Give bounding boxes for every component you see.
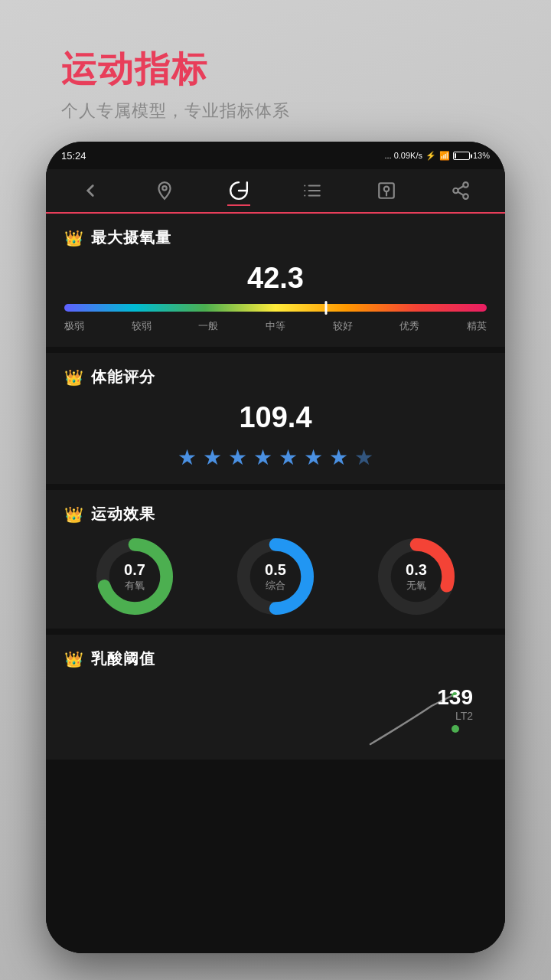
gradient-bar-wrap <box>64 304 487 312</box>
anaerobic-item: 0.3 无氧 <box>378 538 455 615</box>
search-icon[interactable] <box>371 175 402 206</box>
nav-bar <box>46 169 505 214</box>
label-6: 精英 <box>467 319 487 333</box>
star-6: ★ <box>304 445 323 470</box>
bar-labels: 极弱 较弱 一般 中等 较好 优秀 精英 <box>64 319 487 333</box>
status-right: ... 0.09K/s ⚡ 📶 13% <box>384 151 490 161</box>
label-2: 一般 <box>198 319 218 333</box>
fitness-title-row: 👑 体能评分 <box>64 367 487 387</box>
comprehensive-item: 0.5 综合 <box>237 538 314 615</box>
fitness-label: 体能评分 <box>91 367 155 387</box>
exercise-title-row: 👑 运动效果 <box>64 504 487 524</box>
crown-icon-exercise: 👑 <box>64 505 83 524</box>
star-1: ★ <box>178 445 197 470</box>
battery-icon <box>453 151 470 160</box>
svg-line-13 <box>458 186 463 189</box>
aerobic-text: 0.7 有氧 <box>124 561 145 593</box>
svg-line-12 <box>458 192 463 195</box>
vo2max-section: 👑 最大摄氧量 42.3 极弱 较弱 一般 中等 较好 优秀 精英 <box>46 214 505 347</box>
aerobic-item: 0.7 有氧 <box>96 538 173 615</box>
lactic-label: 乳酸阈值 <box>91 648 155 669</box>
vo2max-title-row: 👑 最大摄氧量 <box>64 227 487 248</box>
status-time: 15:24 <box>61 150 86 162</box>
svg-point-0 <box>162 186 166 190</box>
wifi-icon: 📶 <box>439 151 450 161</box>
network-speed: ... 0.09K/s <box>384 151 422 160</box>
page-subtitle: 个人专属模型，专业指标体系 <box>61 100 290 122</box>
star-3: ★ <box>228 445 247 470</box>
stars-row: ★ ★ ★ ★ ★ ★ ★ ★ <box>64 445 487 470</box>
fitness-value: 109.4 <box>64 401 487 434</box>
phone-shell: 15:24 ... 0.09K/s ⚡ 📶 13% <box>46 142 505 953</box>
lactic-title-row: 👑 乳酸阈值 <box>64 648 487 669</box>
vo2max-label: 最大摄氧量 <box>91 227 171 248</box>
anaerobic-label: 无氧 <box>406 579 427 593</box>
header-area: 运动指标 个人专属模型，专业指标体系 <box>61 46 290 122</box>
status-bar: 15:24 ... 0.09K/s ⚡ 📶 13% <box>46 142 505 169</box>
share-icon[interactable] <box>445 175 476 206</box>
crown-icon-vo2max: 👑 <box>64 229 83 247</box>
comprehensive-text: 0.5 综合 <box>265 561 286 593</box>
effect-row: 0.7 有氧 0.5 <box>64 538 487 615</box>
vo2max-value: 42.3 <box>64 262 487 295</box>
phone-screen: 👑 最大摄氧量 42.3 极弱 较弱 一般 中等 较好 优秀 精英 <box>46 169 505 953</box>
star-5: ★ <box>279 445 298 470</box>
list-icon[interactable] <box>297 175 328 206</box>
page-title: 运动指标 <box>61 46 290 93</box>
label-4: 较好 <box>333 319 353 333</box>
gradient-bar <box>64 304 487 312</box>
back-button[interactable] <box>75 175 106 206</box>
lactic-value: 139 <box>437 685 473 710</box>
lactic-chart: 139 LT2 <box>64 683 487 752</box>
exercise-label: 运动效果 <box>91 504 155 524</box>
comprehensive-gauge: 0.5 综合 <box>237 538 314 615</box>
refresh-icon[interactable] <box>223 175 254 206</box>
lactic-dot <box>452 725 459 733</box>
bluetooth-icon: ⚡ <box>425 151 436 161</box>
aerobic-gauge: 0.7 有氧 <box>96 538 173 615</box>
exercise-effect-section: 👑 运动效果 0.7 有氧 <box>46 490 505 629</box>
map-icon[interactable] <box>149 175 180 206</box>
lactic-value-wrap: 139 LT2 <box>437 685 473 733</box>
label-5: 优秀 <box>399 319 419 333</box>
star-4: ★ <box>253 445 272 470</box>
gradient-marker <box>325 301 328 315</box>
aerobic-value: 0.7 <box>124 561 145 579</box>
label-3: 中等 <box>266 319 285 333</box>
crown-icon-fitness: 👑 <box>64 368 83 387</box>
comprehensive-value: 0.5 <box>265 561 286 579</box>
content-scroll[interactable]: 👑 最大摄氧量 42.3 极弱 较弱 一般 中等 较好 优秀 精英 <box>46 214 505 953</box>
star-7: ★ <box>329 445 348 470</box>
lactic-sub: LT2 <box>437 710 473 722</box>
anaerobic-text: 0.3 无氧 <box>406 561 427 593</box>
anaerobic-gauge: 0.3 无氧 <box>378 538 455 615</box>
aerobic-label: 有氧 <box>124 579 145 593</box>
label-1: 较弱 <box>132 319 152 333</box>
anaerobic-value: 0.3 <box>406 561 427 579</box>
star-8: ★ <box>354 445 373 470</box>
crown-icon-lactic: 👑 <box>64 650 83 668</box>
comprehensive-label: 综合 <box>265 579 286 593</box>
battery-pct: 13% <box>473 151 490 160</box>
star-2: ★ <box>203 445 222 470</box>
label-0: 极弱 <box>64 319 84 333</box>
lactic-section: 👑 乳酸阈值 139 LT2 <box>46 635 505 760</box>
fitness-section: 👑 体能评分 109.4 ★ ★ ★ ★ ★ ★ ★ ★ <box>46 353 505 484</box>
lactic-curve-svg <box>64 691 487 752</box>
